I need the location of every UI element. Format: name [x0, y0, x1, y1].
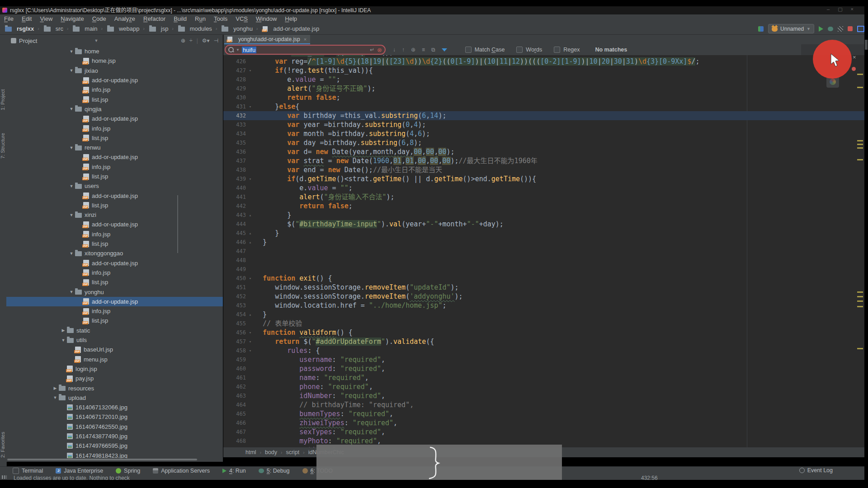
- tree-item-list-jsp[interactable]: list.jsp: [6, 316, 223, 325]
- chevron-down-icon[interactable]: ▼: [52, 395, 59, 400]
- menu-file[interactable]: File: [0, 14, 18, 23]
- menu-navigate[interactable]: Navigate: [57, 14, 88, 23]
- fold-marker-icon[interactable]: ▾: [246, 328, 255, 337]
- tree-item-list-jsp[interactable]: list.jsp: [6, 172, 223, 181]
- breadcrumb-src[interactable]: src›: [42, 23, 70, 34]
- tree-item-info-jsp[interactable]: info.jsp: [6, 85, 223, 94]
- select-all-occurrences-icon[interactable]: ≡: [422, 47, 425, 53]
- warning-stripe-mark[interactable]: [857, 159, 863, 160]
- menu-build[interactable]: Build: [170, 14, 191, 23]
- code-line-453[interactable]: 453 window.location.href = "../home/home…: [223, 301, 864, 310]
- chevron-down-icon[interactable]: ▼: [68, 107, 75, 111]
- code-line-449[interactable]: 449: [223, 265, 864, 274]
- tree-item-yonghu[interactable]: ▼yonghu: [6, 287, 223, 296]
- code-line-440[interactable]: 440 e.value = "";: [223, 183, 864, 192]
- tree-item-list-jsp[interactable]: list.jsp: [6, 94, 223, 104]
- code-line-459[interactable]: 459 username: "required",: [223, 355, 864, 364]
- code-line-464[interactable]: 464 // birthdayTime: "required",: [223, 400, 864, 409]
- menu-help[interactable]: Help: [281, 14, 301, 23]
- warning-stripe-mark[interactable]: [857, 140, 863, 141]
- code-line-441[interactable]: 441 alert("身份证输入不合法");: [223, 192, 864, 202]
- code-line-460[interactable]: 460 password: "required",: [223, 364, 864, 373]
- toolwindow-button-debug[interactable]: 5: Debug: [259, 468, 290, 474]
- code-line-432[interactable]: 432 var birthday =this_val.substring(6,1…: [223, 111, 864, 120]
- breadcrumb-webapp[interactable]: webapp›: [106, 23, 146, 34]
- code-line-465[interactable]: 465 bumenTypes: "required",: [223, 409, 864, 418]
- fold-marker-icon[interactable]: ▾: [246, 274, 255, 283]
- code-line-430[interactable]: 430 return false;: [223, 93, 864, 102]
- warning-stripe-mark[interactable]: [857, 87, 863, 88]
- tree-scrollbar-vertical[interactable]: [177, 195, 178, 253]
- menu-edit[interactable]: Edit: [18, 14, 36, 23]
- search-input[interactable]: ▼ huifu ↵ ⊗: [225, 45, 386, 55]
- window-controls[interactable]: –▢×: [827, 6, 862, 12]
- tree-scrollbar-horizontal[interactable]: [7, 459, 197, 460]
- code-line-456[interactable]: 456▾ function validform() {: [223, 328, 864, 337]
- next-occurrence-icon[interactable]: ↓: [393, 47, 396, 53]
- checkbox-regex[interactable]: Regex: [554, 47, 580, 53]
- breadcrumb-modules[interactable]: modules›: [177, 23, 218, 34]
- toolwindow-toggle-icon[interactable]: [758, 26, 764, 32]
- tree-item-list-jsp[interactable]: list.jsp: [6, 133, 223, 143]
- checkbox-words[interactable]: Words: [516, 47, 542, 53]
- tree-item-add-or-update-jsp[interactable]: add-or-update.jsp: [6, 220, 223, 229]
- code-line-429[interactable]: 429 alert("身份证号不正确");: [223, 84, 864, 93]
- tree-item-info-jsp[interactable]: info.jsp: [6, 268, 223, 277]
- filter-icon[interactable]: [442, 48, 447, 52]
- toolwindow-button-javaenterprise[interactable]: JJava Enterprise: [56, 468, 103, 474]
- menu-code[interactable]: Code: [88, 14, 110, 23]
- chevron-down-icon[interactable]: ▼: [60, 338, 67, 343]
- code-line-428[interactable]: 428 e.value = "";: [223, 75, 864, 84]
- fold-marker-icon[interactable]: ▾: [246, 102, 255, 111]
- chevron-down-icon[interactable]: ▼: [68, 49, 75, 54]
- tree-item-upload[interactable]: ▼upload: [6, 393, 223, 403]
- warning-stripe-mark[interactable]: [857, 147, 863, 149]
- tool-button-project[interactable]: 1: Project: [0, 73, 6, 127]
- breadcrumb-rsglxx[interactable]: rsglxx›: [4, 23, 41, 34]
- editor-breadcrumb-html[interactable]: html: [245, 449, 256, 455]
- tree-item-add-or-update-jsp[interactable]: add-or-update.jsp: [6, 258, 223, 268]
- fold-marker-icon[interactable]: ▾: [246, 337, 255, 346]
- code-editor[interactable]: 425 var this_val = $(this).val();426 var…: [223, 55, 864, 455]
- project-panel-header[interactable]: Project ▼ ⊕ ÷ | ⚙▾ ⊣: [6, 35, 223, 47]
- coverage-button[interactable]: [838, 26, 843, 32]
- chevron-down-icon[interactable]: ▼: [68, 290, 75, 294]
- tree-item-info-jsp[interactable]: info.jsp: [6, 162, 223, 172]
- clear-search-icon[interactable]: ⊗: [377, 47, 382, 53]
- close-search-icon[interactable]: ×: [853, 54, 856, 61]
- debug-button[interactable]: [828, 27, 833, 31]
- tree-item-1614067172010-jpg[interactable]: 1614067172010.jpg: [6, 412, 223, 422]
- tree-item-info-jsp[interactable]: info.jsp: [6, 306, 223, 316]
- tree-item-add-or-update-jsp[interactable]: add-or-update.jsp: [6, 114, 223, 123]
- menu-tools[interactable]: Tools: [210, 14, 231, 23]
- tree-item-login-jsp[interactable]: login.jsp: [6, 364, 223, 374]
- tree-item-1614749766595-jpg[interactable]: 1614749766595.jpg: [6, 441, 223, 450]
- code-line-434[interactable]: 434 var month =birthday.substring(4,6);: [223, 129, 864, 138]
- fold-marker-icon[interactable]: ▾: [246, 174, 255, 183]
- code-line-462[interactable]: 462 phone: "required",: [223, 382, 864, 391]
- fold-marker-icon[interactable]: ▾: [246, 66, 255, 75]
- code-line-454[interactable]: 454▴ }: [223, 310, 864, 319]
- event-log-button[interactable]: Event Log: [799, 466, 833, 474]
- code-line-427[interactable]: 427▾ if(!reg.test(this_val)){: [223, 66, 864, 75]
- warning-stripe-mark[interactable]: [857, 300, 863, 302]
- chevron-down-icon[interactable]: ▼: [68, 68, 75, 73]
- search-history-chevron-icon[interactable]: ▼: [236, 48, 240, 52]
- code-line-439[interactable]: 439▾ if(d.getTime()<strat.getTime() || d…: [223, 174, 864, 183]
- code-line-436[interactable]: 436 var d= new Date(year,month,day,00,00…: [223, 147, 864, 156]
- warning-stripe-mark[interactable]: [857, 291, 863, 293]
- breadcrumb-main[interactable]: main›: [71, 23, 104, 34]
- chevron-right-icon[interactable]: ▶: [60, 328, 67, 333]
- tree-item-home[interactable]: ▼home: [6, 47, 223, 56]
- tree-item-renwu[interactable]: ▼renwu: [6, 143, 223, 152]
- close-tab-icon[interactable]: ×: [304, 37, 307, 42]
- code-line-433[interactable]: 433 var year =birthday.substring(0,4);: [223, 120, 864, 129]
- tree-item-xitonggonggao[interactable]: ▼xitonggonggao: [6, 249, 223, 258]
- tree-item-info-jsp[interactable]: info.jsp: [6, 123, 223, 133]
- find-all-occurrences-icon[interactable]: ⊕: [411, 47, 415, 53]
- code-line-444[interactable]: 444 $("#birthdayTime-input").val(year+"-…: [223, 220, 864, 229]
- newline-icon[interactable]: ↵: [370, 47, 374, 53]
- toolwindow-button-terminal[interactable]: Terminal: [13, 468, 43, 474]
- toolwindow-switcher-icon[interactable]: [2, 475, 7, 479]
- breadcrumb-add-or-update.jsp[interactable]: add-or-update.jsp: [261, 23, 321, 34]
